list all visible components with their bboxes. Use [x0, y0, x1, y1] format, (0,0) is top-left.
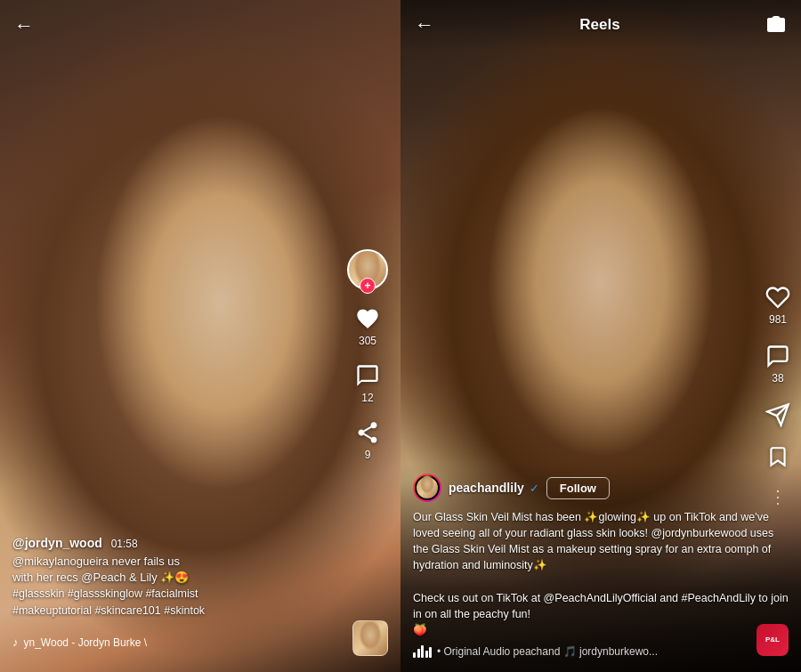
tiktok-caption-area: @jordyn_wood 01:58 @mikaylanogueira neve…	[12, 536, 205, 619]
ig-like-button[interactable]: 981	[765, 285, 790, 326]
ig-avatar-inner	[415, 475, 440, 500]
tiktok-username: @jordyn_wood 01:58	[12, 536, 205, 550]
back-arrow-right[interactable]: ←	[415, 13, 434, 36]
music-bar: ♪ yn_Wood - Jordyn Burke \	[12, 636, 147, 649]
bottom-right-avatar	[352, 620, 388, 656]
tiktok-caption: @mikaylanogueira never fails us with her…	[12, 554, 205, 619]
instagram-header: ← Reels	[400, 0, 801, 50]
music-note-icon: ♪	[12, 636, 19, 649]
ig-share-button[interactable]	[765, 402, 790, 427]
instagram-panel: ← Reels 981 38	[400, 0, 801, 672]
ig-comment-count: 38	[772, 372, 783, 385]
share-count: 9	[365, 449, 371, 461]
follow-plus-badge[interactable]: +	[360, 278, 376, 294]
ig-comment-icon	[765, 344, 790, 368]
tiktok-avatar-container: +	[347, 249, 388, 290]
peachandlily-logo: P&L	[756, 624, 789, 656]
ig-username-row: peachandlily ✓	[449, 481, 539, 495]
verified-badge: ✓	[530, 482, 539, 495]
tiktok-action-icons: + 305 12 9	[347, 249, 388, 461]
ig-like-count: 981	[769, 313, 787, 326]
comment-button[interactable]: 12	[355, 363, 380, 404]
camera-icon[interactable]	[765, 14, 787, 36]
share-button[interactable]: 9	[355, 420, 380, 461]
ig-avatar	[413, 474, 441, 502]
like-count: 305	[359, 335, 376, 347]
music-text: yn_Wood - Jordyn Burke \	[24, 636, 148, 649]
ig-caption: Our Glass Skin Veil Mist has been ✨glowi…	[413, 509, 789, 638]
ig-bottom-overlay: peachandlily ✓ Follow Our Glass Skin Vei…	[400, 463, 801, 672]
left-header: ←	[14, 14, 34, 37]
heart-icon	[355, 306, 380, 331]
back-arrow-left[interactable]: ←	[14, 14, 34, 36]
audio-bars-icon	[413, 645, 432, 658]
ig-user-row: peachandlily ✓ Follow	[413, 474, 789, 502]
ig-username[interactable]: peachandlily	[449, 481, 524, 495]
like-button[interactable]: 305	[355, 306, 380, 347]
audio-text: • Original Audio peachand 🎵 jordynburkew…	[437, 645, 658, 658]
follow-button[interactable]: Follow	[546, 477, 610, 499]
ig-audio-bar[interactable]: • Original Audio peachand 🎵 jordynburkew…	[413, 645, 789, 658]
ig-heart-icon	[765, 285, 790, 310]
ig-share-icon	[765, 402, 790, 427]
comment-icon	[355, 363, 380, 388]
share-icon	[355, 420, 380, 445]
tiktok-panel: ← + 305 12	[0, 0, 400, 672]
app-container: ← + 305 12	[0, 0, 801, 672]
comment-count: 12	[361, 392, 373, 404]
ig-comment-button[interactable]: 38	[765, 344, 790, 385]
reels-title: Reels	[434, 16, 765, 34]
